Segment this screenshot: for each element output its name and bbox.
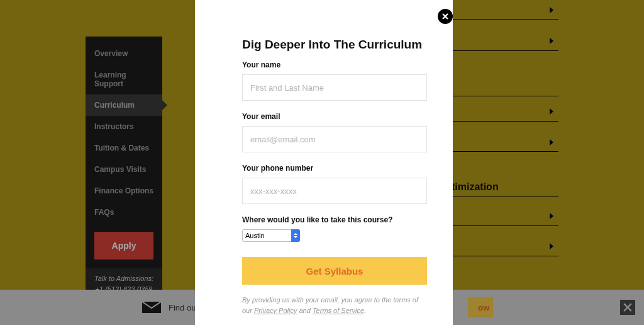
location-label: Where would you like to take this course… xyxy=(242,215,427,224)
name-label: Your name xyxy=(242,60,427,69)
email-label: Your email xyxy=(242,112,427,121)
close-icon xyxy=(441,13,449,20)
phone-input[interactable] xyxy=(242,178,427,204)
email-input[interactable] xyxy=(242,126,427,152)
terms-of-service-link[interactable]: Terms of Service xyxy=(313,307,364,314)
phone-label: Your phone number xyxy=(242,164,427,173)
disclaimer-text: By providing us with your email, you agr… xyxy=(242,295,427,316)
get-syllabus-button[interactable]: Get Syllabus xyxy=(242,257,427,285)
location-select[interactable]: Austin xyxy=(242,229,300,242)
syllabus-modal: Dig Deeper Into The Curriculum Your name… xyxy=(195,0,453,325)
name-input[interactable] xyxy=(242,74,427,101)
modal-title: Dig Deeper Into The Curriculum xyxy=(242,38,440,52)
modal-close-button[interactable] xyxy=(438,9,453,24)
disclaimer-suffix: . xyxy=(364,307,366,314)
disclaimer-and: and xyxy=(297,307,312,314)
privacy-policy-link[interactable]: Privacy Policy xyxy=(254,307,297,314)
syllabus-form: Your name Your email Your phone number W… xyxy=(242,60,427,316)
